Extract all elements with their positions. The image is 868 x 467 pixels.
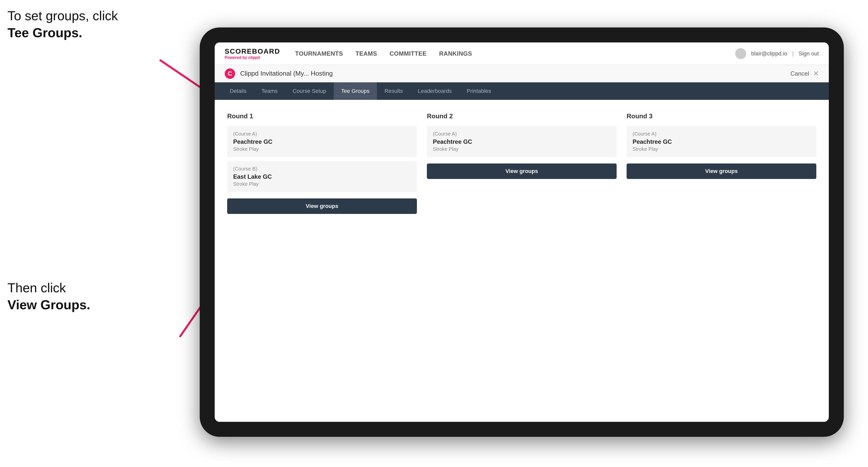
- tablet-screen: SCOREBOARD Powered by clippit TOURNAMENT…: [215, 42, 829, 422]
- instruction-bottom-bold: View Groups.: [7, 298, 90, 312]
- round-2-view-groups-button[interactable]: View groups: [427, 163, 617, 179]
- top-nav: SCOREBOARD Powered by clippit TOURNAMENT…: [215, 42, 829, 65]
- tab-leaderboards[interactable]: Leaderboards: [410, 82, 459, 100]
- instruction-top: To set groups, click Tee Groups.: [7, 7, 118, 41]
- nav-teams[interactable]: TEAMS: [355, 50, 377, 57]
- round-3-course-a-card: (Course A) Peachtree GC Stroke Play: [627, 126, 816, 157]
- tab-bar: Details Teams Course Setup Tee Groups Re…: [215, 82, 829, 100]
- round-3-course-a-label: (Course A): [632, 131, 810, 137]
- round-3-course-a-format: Stroke Play: [632, 146, 810, 152]
- round-1-course-b-label: (Course B): [233, 166, 411, 172]
- tab-tee-groups[interactable]: Tee Groups: [334, 82, 377, 100]
- round-2-course-a-card: (Course A) Peachtree GC Stroke Play: [427, 126, 617, 157]
- round-1-column: Round 1 (Course A) Peachtree GC Stroke P…: [227, 112, 417, 214]
- event-name: Clippd Invitational (My... Hosting: [240, 70, 790, 77]
- tab-printables[interactable]: Printables: [459, 82, 499, 100]
- close-icon[interactable]: ✕: [813, 69, 819, 77]
- round-1-course-b-name: East Lake GC: [233, 173, 411, 180]
- instruction-bottom: Then click View Groups.: [7, 280, 90, 313]
- nav-rankings[interactable]: RANKINGS: [439, 50, 472, 57]
- round-2-course-a-format: Stroke Play: [433, 146, 611, 152]
- instruction-bottom-line1: Then click: [7, 281, 66, 295]
- round-3-view-groups-button[interactable]: View groups: [627, 163, 816, 179]
- event-logo: C: [225, 68, 235, 79]
- tab-teams[interactable]: Teams: [254, 82, 285, 100]
- round-2-title: Round 2: [427, 112, 617, 120]
- round-2-course-a-label: (Course A): [433, 131, 611, 137]
- cancel-button[interactable]: Cancel: [790, 70, 809, 77]
- nav-tournaments[interactable]: TOURNAMENTS: [295, 50, 343, 57]
- sub-header: C Clippd Invitational (My... Hosting Can…: [215, 65, 829, 82]
- nav-links: TOURNAMENTS TEAMS COMMITTEE RANKINGS: [295, 50, 735, 57]
- instruction-top-bold: Tee Groups.: [7, 26, 82, 40]
- sign-out-link[interactable]: Sign out: [799, 51, 819, 57]
- round-3-title: Round 3: [627, 112, 816, 120]
- tab-course-setup[interactable]: Course Setup: [285, 82, 334, 100]
- round-1-course-b-card: (Course B) East Lake GC Stroke Play: [227, 161, 417, 192]
- round-3-column: Round 3 (Course A) Peachtree GC Stroke P…: [627, 112, 816, 214]
- tablet-frame: SCOREBOARD Powered by clippit TOURNAMENT…: [200, 27, 844, 437]
- logo-text: SCOREBOARD: [225, 48, 280, 55]
- round-1-course-a-label: (Course A): [233, 131, 411, 137]
- tab-details[interactable]: Details: [222, 82, 254, 100]
- round-2-column: Round 2 (Course A) Peachtree GC Stroke P…: [427, 112, 617, 214]
- tab-results[interactable]: Results: [377, 82, 410, 100]
- instruction-top-line1: To set groups, click: [7, 8, 118, 23]
- round-1-course-a-format: Stroke Play: [233, 146, 411, 152]
- user-email: blair@clippd.io: [751, 51, 787, 57]
- logo-sub: Powered by clippit: [225, 55, 280, 60]
- nav-committee[interactable]: COMMITTEE: [390, 50, 427, 57]
- main-content: Round 1 (Course A) Peachtree GC Stroke P…: [215, 100, 829, 422]
- rounds-container: Round 1 (Course A) Peachtree GC Stroke P…: [227, 112, 816, 214]
- round-1-course-a-card: (Course A) Peachtree GC Stroke Play: [227, 126, 417, 157]
- round-1-title: Round 1: [227, 112, 417, 120]
- round-1-view-groups-button[interactable]: View groups: [227, 198, 417, 214]
- user-avatar: [735, 48, 746, 59]
- round-1-course-b-format: Stroke Play: [233, 181, 411, 187]
- logo-area: SCOREBOARD Powered by clippit: [225, 48, 280, 60]
- round-1-course-a-name: Peachtree GC: [233, 138, 411, 145]
- nav-separator: |: [793, 51, 794, 57]
- round-2-course-a-name: Peachtree GC: [433, 138, 611, 145]
- nav-right: blair@clippd.io | Sign out: [735, 48, 819, 59]
- round-3-course-a-name: Peachtree GC: [632, 138, 810, 145]
